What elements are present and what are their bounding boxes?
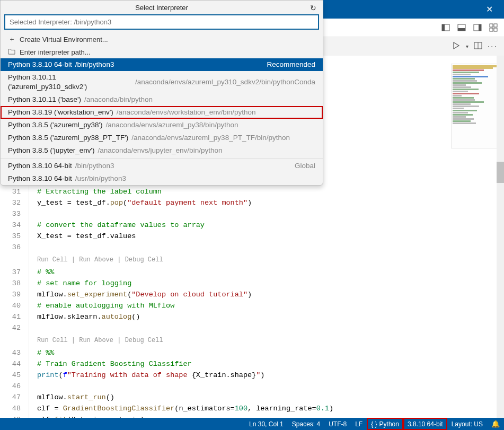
line-number: 43: [0, 347, 21, 358]
line-number: 38: [0, 278, 21, 289]
line-number: 44: [0, 358, 21, 370]
run-dropdown-icon[interactable]: ▾: [466, 43, 468, 49]
enter-path-action[interactable]: Enter interpreter path...: [1, 46, 323, 58]
interpreter-item[interactable]: Python 3.8.5 ('azureml_py38')/anaconda/e…: [1, 119, 323, 131]
enter-path-label: Enter interpreter path...: [20, 48, 91, 56]
codelens[interactable]: Run Cell | Run Above | Debug Cell: [37, 334, 504, 347]
interpreter-item[interactable]: Python 3.8.10 64-bit/bin/python3Global: [1, 160, 323, 172]
code-line[interactable]: [37, 381, 504, 392]
create-venv-label: Create Virtual Environment...: [20, 36, 108, 43]
code-line[interactable]: # enable autologging with MLflow: [37, 300, 504, 311]
svg-marker-10: [454, 42, 459, 49]
interpreter-name: Python 3.8.5 ('azureml_py38'): [8, 120, 103, 130]
braces-icon: { }: [371, 420, 377, 428]
line-number: 42: [0, 322, 21, 334]
status-encoding[interactable]: UTF-8: [324, 418, 351, 430]
svg-rect-3: [458, 28, 465, 31]
line-number: 31: [0, 186, 21, 197]
interpreter-name: Python 3.8.5 ('jupyter_env'): [8, 146, 95, 155]
layout-panel-bottom-icon[interactable]: [457, 23, 466, 32]
interpreter-name: Python 3.8.10 64-bit: [8, 174, 72, 183]
interpreter-path: /anaconda/envs/azureml_py38/bin/python: [106, 120, 238, 130]
code-line[interactable]: [37, 242, 504, 253]
code-line[interactable]: # Train Gradient Boosting Classifier: [37, 358, 504, 370]
line-number: 40: [0, 300, 21, 311]
close-icon[interactable]: ✕: [479, 0, 500, 19]
status-bar: Ln 30, Col 1 Spaces: 4 UTF-8 LF { } Pyth…: [0, 418, 504, 430]
interpreter-path: /usr/bin/python3: [75, 174, 126, 183]
interpreter-name: Python 3.10.11 ('azureml_py310_sdkv2'): [8, 73, 132, 92]
interpreter-item[interactable]: Python 3.8.5 ('azureml_py38_PT_TF')/anac…: [1, 131, 323, 144]
status-keyboard-layout[interactable]: Layout: US: [447, 418, 487, 430]
more-actions-icon[interactable]: ···: [488, 42, 498, 51]
minimap[interactable]: [451, 64, 499, 148]
interpreter-tag: Global: [295, 161, 315, 171]
svg-rect-1: [442, 24, 445, 31]
interpreter-item[interactable]: Python 3.8.19 ('workstation_env')/anacon…: [1, 106, 323, 119]
code-line[interactable]: y_test = test_df.pop("default payment ne…: [37, 197, 504, 208]
run-icon[interactable]: [452, 41, 461, 51]
interpreter-item[interactable]: Python 3.10.11 ('azureml_py310_sdkv2')/a…: [1, 71, 323, 93]
line-number: 41: [0, 311, 21, 322]
code-line[interactable]: # convert the dataframe values to array: [37, 220, 504, 231]
folder-icon: [8, 48, 15, 56]
svg-rect-7: [494, 24, 497, 27]
line-number: 33: [0, 208, 21, 220]
line-number: 46: [0, 381, 21, 392]
svg-rect-9: [494, 28, 497, 31]
notifications-icon[interactable]: 🔔: [487, 418, 504, 430]
interpreter-item[interactable]: Python 3.8.5 ('jupyter_env')/anaconda/en…: [1, 144, 323, 157]
layout-panel-right-icon[interactable]: [473, 23, 482, 32]
line-number: 45: [0, 370, 21, 381]
svg-rect-6: [490, 24, 493, 27]
code-line[interactable]: # %%: [37, 267, 504, 278]
codelens[interactable]: Run Cell | Run Above | Debug Cell: [37, 253, 504, 267]
status-eol[interactable]: LF: [351, 418, 367, 430]
code-line[interactable]: [37, 322, 504, 334]
vertical-scrollbar[interactable]: [497, 56, 504, 418]
line-number: 39: [0, 289, 21, 300]
status-python-interpreter[interactable]: 3.8.10 64-bit: [403, 418, 447, 430]
interpreter-name: Python 3.8.10 64-bit: [8, 60, 72, 69]
popup-title: Select Interpreter ↻: [1, 1, 323, 15]
status-spaces[interactable]: Spaces: 4: [288, 418, 324, 430]
select-interpreter-popup: Select Interpreter ↻ ＋ Create Virtual En…: [0, 0, 323, 186]
layout-customize-icon[interactable]: [489, 23, 498, 32]
status-language-mode[interactable]: { } Python: [367, 418, 403, 430]
interpreter-path: /anaconda/envs/jupyter_env/bin/python: [98, 146, 223, 155]
interpreter-path: /anaconda/envs/workstation_env/bin/pytho…: [117, 108, 256, 117]
line-number: 32: [0, 197, 21, 208]
line-number: 34: [0, 220, 21, 231]
add-icon: ＋: [8, 34, 15, 44]
interpreter-path: /bin/python3: [75, 161, 114, 171]
split-editor-icon[interactable]: [474, 41, 482, 51]
line-number: 37: [0, 267, 21, 278]
code-line[interactable]: # set name for logging: [37, 278, 504, 289]
status-cursor-position[interactable]: Ln 30, Col 1: [245, 418, 288, 430]
interpreter-item[interactable]: Python 3.8.10 64-bit/bin/python3Recommen…: [1, 58, 323, 71]
interpreter-path: /anaconda/bin/python: [84, 95, 153, 104]
layout-panel-left-icon[interactable]: [441, 23, 450, 32]
interpreter-item[interactable]: Python 3.8.10 64-bit/usr/bin/python3: [1, 172, 323, 185]
code-line[interactable]: X_test = test_df.values: [37, 231, 504, 242]
interpreter-list: Python 3.8.10 64-bit/bin/python3Recommen…: [1, 58, 323, 157]
interpreter-path: /anaconda/envs/azureml_py38_PT_TF/bin/py…: [131, 133, 290, 143]
line-number: 35: [0, 231, 21, 242]
code-line[interactable]: print(f"Training with data of shape {X_t…: [37, 370, 504, 381]
code-line[interactable]: mlflow.sklearn.autolog(): [37, 311, 504, 322]
code-line[interactable]: mlflow.set_experiment("Develop on cloud …: [37, 289, 504, 300]
code-line[interactable]: # Extracting the label column: [37, 186, 504, 197]
refresh-icon[interactable]: ↻: [310, 4, 316, 12]
code-line[interactable]: mlflow.start_run(): [37, 392, 504, 403]
code-line[interactable]: # %%: [37, 347, 504, 358]
interpreter-item[interactable]: Python 3.10.11 ('base')/anaconda/bin/pyt…: [1, 93, 323, 106]
interpreter-name: Python 3.10.11 ('base'): [8, 95, 81, 104]
interpreter-name: Python 3.8.19 ('workstation_env'): [8, 108, 113, 117]
line-number: 47: [0, 392, 21, 403]
interpreter-search-input[interactable]: [5, 15, 319, 29]
code-line[interactable]: clf = GradientBoostingClassifier(n_estim…: [37, 403, 504, 414]
code-line[interactable]: [37, 208, 504, 220]
create-venv-action[interactable]: ＋ Create Virtual Environment...: [1, 32, 323, 46]
scrollbar-thumb[interactable]: [497, 162, 504, 183]
interpreter-path: /bin/python3: [75, 60, 114, 69]
